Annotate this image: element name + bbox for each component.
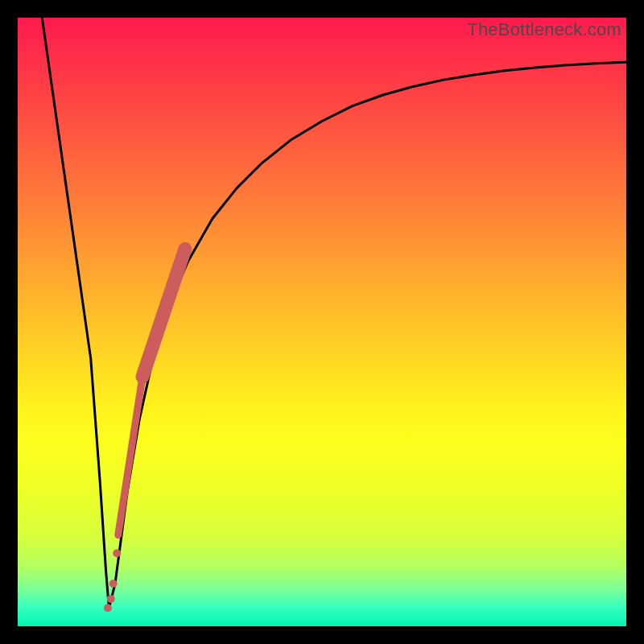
bottleneck-curve: [42, 18, 626, 608]
chart-frame: TheBottleneck.com: [0, 0, 644, 644]
highlight-dot: [109, 580, 118, 588]
highlight-dot: [113, 549, 121, 557]
highlight-band-thin: [118, 377, 142, 535]
plot-area: TheBottleneck.com: [18, 18, 626, 626]
highlight-band-thick: [142, 249, 185, 377]
chart-svg: [18, 18, 626, 626]
watermark-text: TheBottleneck.com: [467, 19, 621, 40]
highlight-dot: [107, 595, 115, 603]
highlight-dot: [104, 604, 112, 612]
